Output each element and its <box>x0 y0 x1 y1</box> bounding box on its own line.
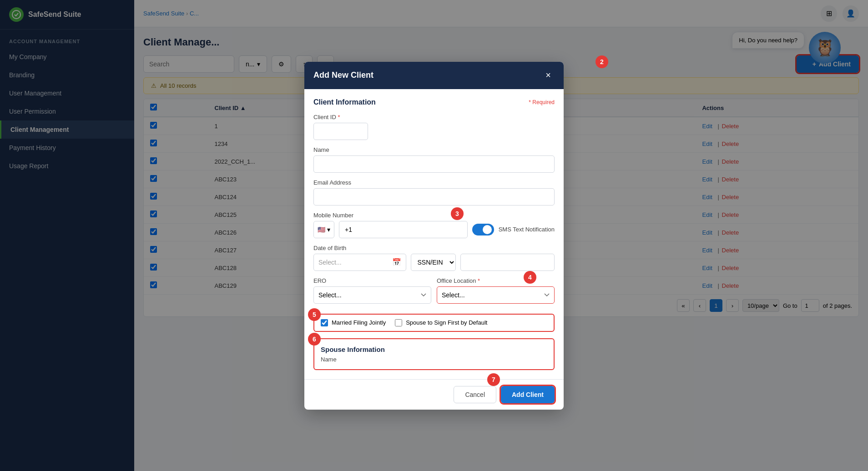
step5-badge: 5 <box>308 308 321 321</box>
email-input[interactable] <box>313 188 555 205</box>
modal-footer: 7 Cancel Add Client <box>304 379 564 410</box>
phone-input[interactable] <box>339 221 468 238</box>
toggle-slider <box>472 224 494 236</box>
step7-badge: 7 <box>487 373 500 386</box>
section-header: Client Information * Required <box>313 98 555 106</box>
client-id-label: Client ID * <box>313 114 555 120</box>
office-label: Office Location * <box>437 277 555 284</box>
ssn-ein-select[interactable]: SSN/EIN SSN EIN <box>411 254 456 271</box>
spouse-sign-label: Spouse to Sign First by Default <box>406 319 487 326</box>
flag-select[interactable]: 🇺🇸 ▾ <box>313 221 334 238</box>
spouse-sign-input[interactable] <box>395 319 402 326</box>
step6-badge: 6 <box>308 333 321 346</box>
spouse-name-label: Name <box>321 356 547 363</box>
add-client-modal: Add New Client 2 × Client Information * … <box>304 62 564 410</box>
client-id-group: Client ID * <box>313 114 555 140</box>
married-filing-input[interactable] <box>321 319 328 326</box>
married-filing-checkbox[interactable]: Married Filing Jointly <box>321 319 386 326</box>
add-client-modal-button[interactable]: Add Client <box>501 386 555 403</box>
dob-select[interactable]: Select... 📅 <box>313 254 406 271</box>
checkbox-row: 5 Married Filing Jointly Spouse to Sign … <box>313 314 555 332</box>
ssn-input[interactable] <box>460 254 555 271</box>
married-filing-label: Married Filing Jointly <box>332 319 386 326</box>
step3-badge: 3 <box>451 207 464 220</box>
email-group: Email Address <box>313 179 555 205</box>
step2-badge: 2 <box>595 55 608 68</box>
modal-overlay[interactable]: Add New Client 2 × Client Information * … <box>0 0 868 471</box>
modal-header: Add New Client 2 × <box>304 62 564 89</box>
required-note: * Required <box>529 99 555 105</box>
ero-group: ERO Select... <box>313 277 431 304</box>
office-group: Office Location * Select... <box>437 277 555 304</box>
dob-row: Select... 📅 SSN/EIN SSN EIN <box>313 254 555 271</box>
office-select[interactable]: Select... <box>437 286 555 304</box>
app-container: SafeSend Suite ACCOUNT MANAGEMENT My Com… <box>0 0 868 471</box>
name-label: Name <box>313 146 555 153</box>
sms-toggle[interactable] <box>472 224 494 236</box>
flag-chevron: ▾ <box>327 226 330 233</box>
mobile-label: Mobile Number <box>313 212 555 219</box>
dob-ssn-group: Date of Birth Select... 📅 SSN/EIN SSN EI… <box>313 245 555 271</box>
flag-emoji: 🇺🇸 <box>318 226 325 233</box>
spouse-sign-checkbox[interactable]: Spouse to Sign First by Default <box>395 319 487 326</box>
modal-body: Client Information * Required Client ID … <box>304 89 564 379</box>
calendar-icon: 📅 <box>392 258 401 266</box>
modal-title: Add New Client <box>313 70 373 80</box>
spouse-title: Spouse Information <box>321 346 547 353</box>
cancel-button[interactable]: Cancel <box>454 386 496 403</box>
mobile-group: Mobile Number 3 🇺🇸 ▾ <box>313 212 555 238</box>
spouse-section: 6 ➤ Spouse Information Name <box>313 338 555 370</box>
client-id-input[interactable] <box>313 123 368 140</box>
ero-office-row: 4 ERO Select... Office Location * Select… <box>313 277 555 310</box>
mobile-row: 3 🇺🇸 ▾ SMS Text Notification <box>313 221 555 238</box>
ero-label: ERO <box>313 277 431 284</box>
step4-badge: 4 <box>524 271 536 284</box>
name-group: Name <box>313 146 555 173</box>
sms-label: SMS Text Notification <box>499 226 555 233</box>
email-label: Email Address <box>313 179 555 186</box>
ero-select[interactable]: Select... <box>313 286 431 304</box>
dob-label: Date of Birth <box>313 245 555 251</box>
dob-placeholder: Select... <box>318 259 342 266</box>
section-title: Client Information <box>313 98 376 106</box>
name-input[interactable] <box>313 155 555 173</box>
modal-close-button[interactable]: × <box>542 69 555 82</box>
